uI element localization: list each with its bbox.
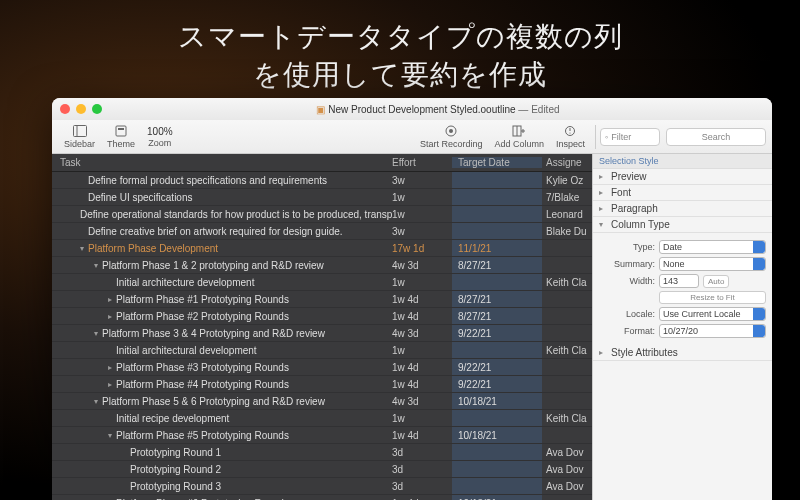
disclosure-icon: ▾	[599, 220, 607, 229]
type-select[interactable]: Date	[659, 240, 766, 254]
inspector-style-attributes-section[interactable]: ▸Style Attributes	[593, 345, 772, 361]
outline-row[interactable]: Define formal product specifications and…	[52, 172, 592, 189]
inspector-preview-section[interactable]: ▸Preview	[593, 169, 772, 185]
date-cell: 10/18/21	[452, 427, 542, 443]
col-header-task[interactable]: Task	[52, 157, 392, 168]
disclosure-triangle-icon[interactable]: ▾	[92, 329, 100, 338]
date-cell: 11/1/21	[452, 240, 542, 256]
outline-row[interactable]: ▾Platform Phase Development17w 1d11/1/21	[52, 240, 592, 257]
task-text: Define formal product specifications and…	[88, 175, 327, 186]
width-input[interactable]: 143	[659, 274, 699, 288]
disclosure-triangle-icon[interactable]: ▸	[106, 312, 114, 321]
outline-row[interactable]: ▸Platform Phase #6 Prototyping Rounds1w …	[52, 495, 592, 500]
disclosure-triangle-icon[interactable]: ▸	[106, 380, 114, 389]
column-headers: Task Effort Target Date Assigne	[52, 154, 592, 172]
date-cell	[452, 410, 542, 426]
disclosure-triangle-icon[interactable]: ▸	[106, 295, 114, 304]
disclosure-triangle-icon[interactable]: ▾	[106, 431, 114, 440]
outline-row[interactable]: Define creative brief on artwork require…	[52, 223, 592, 240]
zoom-icon[interactable]	[92, 104, 102, 114]
minimize-icon[interactable]	[76, 104, 86, 114]
col-header-assignee[interactable]: Assigne	[542, 157, 592, 168]
date-cell: 10/18/21	[452, 495, 542, 500]
outline-row[interactable]: Initial recipe development1wKeith Cla	[52, 410, 592, 427]
assignee-cell: Leonard	[542, 209, 592, 220]
add-column-button[interactable]: Add Column	[488, 124, 550, 149]
outline-row[interactable]: Prototyping Round 33dAva Dov	[52, 478, 592, 495]
effort-cell: 1w	[392, 209, 452, 220]
task-text: Platform Phase #3 Prototyping Rounds	[116, 362, 289, 373]
outline-row[interactable]: ▸Platform Phase #2 Prototyping Rounds1w …	[52, 308, 592, 325]
auto-button[interactable]: Auto	[703, 275, 729, 288]
inspector-column-type-body: Type:Date Summary:None Width:143Auto Res…	[593, 233, 772, 345]
disclosure-triangle-icon[interactable]: ▾	[78, 244, 86, 253]
outline-row[interactable]: ▾Platform Phase 1 & 2 prototyping and R&…	[52, 257, 592, 274]
assignee-cell: Keith Cla	[542, 277, 592, 288]
outline-row[interactable]: Initial architectural development1wKeith…	[52, 342, 592, 359]
task-text: Prototyping Round 3	[130, 481, 221, 492]
inspector-font-section[interactable]: ▸Font	[593, 185, 772, 201]
theme-button[interactable]: Theme	[101, 124, 141, 149]
col-header-effort[interactable]: Effort	[392, 157, 452, 168]
outline-row[interactable]: Define UI specifications1w7/Blake	[52, 189, 592, 206]
assignee-cell: Ava Dov	[542, 447, 592, 458]
effort-cell: 1w 4d	[392, 294, 452, 305]
filter-icon: ◦	[605, 132, 608, 142]
traffic-lights	[60, 104, 102, 114]
disclosure-triangle-icon[interactable]: ▸	[106, 363, 114, 372]
theme-icon	[114, 124, 128, 138]
inspector-column-type-section[interactable]: ▾Column Type	[593, 217, 772, 233]
outline-row[interactable]: Define operational standards for how pro…	[52, 206, 592, 223]
effort-cell: 4w 3d	[392, 260, 452, 271]
outline-row[interactable]: ▸Platform Phase #3 Prototyping Rounds1w …	[52, 359, 592, 376]
summary-label: Summary:	[611, 259, 655, 269]
outline-row[interactable]: ▸Platform Phase #4 Prototyping Rounds1w …	[52, 376, 592, 393]
date-cell	[452, 172, 542, 188]
task-text: Platform Phase Development	[88, 243, 218, 254]
disclosure-triangle-icon[interactable]: ▾	[92, 397, 100, 406]
outline-row[interactable]: ▾Platform Phase #5 Prototyping Rounds1w …	[52, 427, 592, 444]
format-select[interactable]: 10/27/20	[659, 324, 766, 338]
inspector-panel: Selection Style ▸Preview ▸Font ▸Paragrap…	[592, 154, 772, 500]
date-cell: 8/27/21	[452, 257, 542, 273]
outline-row[interactable]: ▾Platform Phase 3 & 4 Prototyping and R&…	[52, 325, 592, 342]
svg-point-12	[570, 132, 571, 133]
format-label: Format:	[611, 326, 655, 336]
outline-row[interactable]: ▸Platform Phase #1 Prototyping Rounds1w …	[52, 291, 592, 308]
effort-cell: 4w 3d	[392, 328, 452, 339]
outline-view[interactable]: Task Effort Target Date Assigne Define f…	[52, 154, 592, 500]
outline-row[interactable]: Prototyping Round 23dAva Dov	[52, 461, 592, 478]
svg-point-5	[449, 129, 453, 133]
locale-select[interactable]: Use Current Locale	[659, 307, 766, 321]
locale-label: Locale:	[611, 309, 655, 319]
task-text: Initial architecture development	[116, 277, 254, 288]
task-text: Initial recipe development	[116, 413, 229, 424]
task-text: Platform Phase #5 Prototyping Rounds	[116, 430, 289, 441]
outline-row[interactable]: ▾Platform Phase 5 & 6 Prototyping and R&…	[52, 393, 592, 410]
summary-select[interactable]: None	[659, 257, 766, 271]
close-icon[interactable]	[60, 104, 70, 114]
task-text: Prototyping Round 1	[130, 447, 221, 458]
date-cell	[452, 478, 542, 494]
task-text: Platform Phase 5 & 6 Prototyping and R&D…	[102, 396, 325, 407]
task-text: Prototyping Round 2	[130, 464, 221, 475]
date-cell	[452, 223, 542, 239]
disclosure-triangle-icon[interactable]: ▾	[92, 261, 100, 270]
outline-row[interactable]: Prototyping Round 13dAva Dov	[52, 444, 592, 461]
disclosure-icon: ▸	[599, 204, 607, 213]
outline-row[interactable]: Initial architecture development1wKeith …	[52, 274, 592, 291]
col-header-target-date[interactable]: Target Date	[452, 157, 542, 168]
svg-rect-3	[118, 128, 124, 130]
inspector-paragraph-section[interactable]: ▸Paragraph	[593, 201, 772, 217]
search-input[interactable]: Search	[666, 128, 766, 146]
sidebar-button[interactable]: Sidebar	[58, 124, 101, 149]
assignee-cell: Ava Dov	[542, 481, 592, 492]
inspect-button[interactable]: Inspect	[550, 124, 591, 149]
app-window: ▣ New Product Development Styled.ooutlin…	[52, 98, 772, 500]
zoom-control[interactable]: 100% Zoom	[141, 126, 179, 148]
start-recording-button[interactable]: Start Recording	[414, 124, 489, 149]
resize-to-fit-button[interactable]: Resize to Fit	[659, 291, 766, 304]
task-text: Platform Phase #2 Prototyping Rounds	[116, 311, 289, 322]
task-text: Platform Phase #1 Prototyping Rounds	[116, 294, 289, 305]
filter-input[interactable]: ◦ Filter	[600, 128, 660, 146]
